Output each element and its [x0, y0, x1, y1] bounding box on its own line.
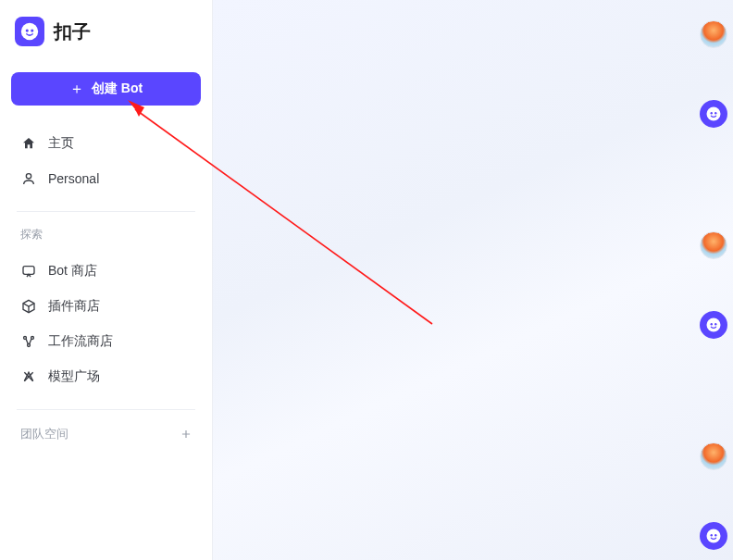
- svg-point-8: [707, 107, 721, 121]
- explore-section-label: 探索: [11, 223, 201, 250]
- create-bot-button[interactable]: ＋ 创建 Bot: [11, 72, 201, 106]
- plus-icon: ＋: [69, 81, 84, 96]
- brand: 扣子: [11, 17, 201, 54]
- chat-icon: [20, 263, 37, 280]
- bot-face-icon: [19, 21, 40, 42]
- strip-avatar[interactable]: [700, 231, 727, 259]
- bot-face-icon: [705, 528, 722, 544]
- workflow-icon: [20, 333, 37, 350]
- svg-point-13: [714, 323, 716, 325]
- sidebar: 扣子 ＋ 创建 Bot 主页 Personal 探索 Bot 商店: [0, 0, 213, 560]
- avatar-strip: [700, 20, 727, 550]
- main-canvas: [213, 0, 733, 560]
- nav-bot-store[interactable]: Bot 商店: [11, 254, 201, 289]
- svg-point-0: [21, 23, 38, 40]
- strip-bot-icon[interactable]: [700, 311, 727, 339]
- svg-rect-4: [23, 267, 34, 275]
- svg-point-11: [707, 318, 721, 332]
- nav-plugin-store[interactable]: 插件商店: [11, 289, 201, 324]
- create-bot-label: 创建 Bot: [92, 81, 143, 97]
- svg-point-2: [31, 30, 33, 32]
- svg-point-10: [714, 112, 716, 114]
- model-icon: [20, 368, 37, 385]
- nav-home[interactable]: 主页: [11, 126, 201, 161]
- divider: [17, 211, 195, 212]
- svg-point-14: [707, 529, 721, 543]
- brand-title: 扣子: [54, 19, 91, 44]
- nav-home-label: 主页: [48, 135, 74, 152]
- brand-logo: [15, 17, 44, 46]
- svg-point-1: [26, 30, 29, 32]
- nav-personal[interactable]: Personal: [11, 161, 201, 196]
- svg-point-3: [26, 174, 31, 179]
- strip-bot-icon[interactable]: [700, 100, 727, 128]
- nav-workflow-store-label: 工作流商店: [48, 333, 113, 350]
- plus-icon: [180, 428, 193, 441]
- strip-avatar[interactable]: [700, 20, 727, 48]
- svg-point-12: [711, 323, 713, 325]
- nav-workflow-store[interactable]: 工作流商店: [11, 324, 201, 359]
- svg-point-15: [711, 534, 713, 536]
- add-team-button[interactable]: [177, 425, 195, 443]
- person-icon: [20, 170, 37, 187]
- nav-explore: Bot 商店 插件商店 工作流商店 模型广场: [11, 250, 201, 398]
- svg-point-16: [714, 534, 716, 536]
- cube-icon: [20, 298, 37, 315]
- nav-model-square[interactable]: 模型广场: [11, 359, 201, 394]
- strip-bot-icon[interactable]: [700, 522, 727, 550]
- home-icon: [20, 135, 37, 152]
- team-space-label: 团队空间: [20, 426, 68, 442]
- nav-plugin-store-label: 插件商店: [48, 298, 100, 315]
- team-space-header: 团队空间: [11, 421, 201, 447]
- bot-face-icon: [705, 106, 722, 122]
- nav-personal-label: Personal: [48, 171, 99, 186]
- nav-primary: 主页 Personal: [11, 122, 201, 200]
- nav-model-square-label: 模型广场: [48, 368, 100, 385]
- nav-bot-store-label: Bot 商店: [48, 263, 97, 280]
- strip-avatar[interactable]: [700, 442, 727, 470]
- divider: [17, 409, 195, 410]
- svg-point-7: [28, 344, 31, 347]
- bot-face-icon: [705, 317, 722, 333]
- svg-point-9: [711, 112, 713, 114]
